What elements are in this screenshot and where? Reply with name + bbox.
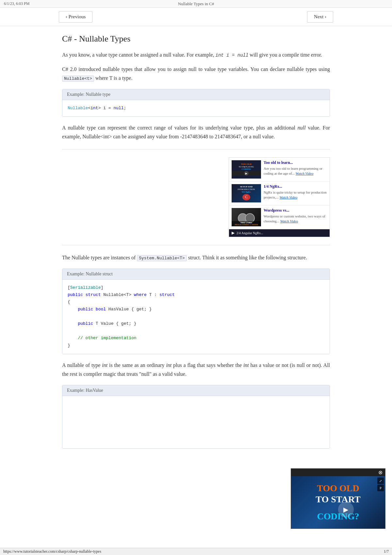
para-2: C# 2.0 introduced nullable types that al… — [62, 65, 330, 82]
code-block-example2: Example: Nullable struct [Serializable] … — [62, 269, 330, 354]
null-italic: null — [298, 125, 308, 130]
browser-bar: 6/1/23, 6:03 PM Nullable Types in C# — [0, 0, 392, 8]
code-block-header-1: Example: Nullable type — [62, 89, 330, 100]
nav-bar: ‹ Previous Next › — [0, 8, 392, 26]
code-block-body-2: [Serializable] public struct Nullable<T>… — [62, 280, 330, 354]
code-block-example3: Example: HasValue — [62, 385, 330, 449]
inline-code-system-nullable: System.Nullable<T> — [137, 255, 187, 261]
code-block-body-1: Nullable<int> i = null; — [62, 100, 330, 116]
code-int-null: int i = null — [216, 53, 249, 58]
para-1: As you know, a value type cannot be assi… — [62, 50, 330, 60]
ad-desc-2: NgRx is quite tricky to setup for produc… — [264, 190, 327, 200]
int-italic-2: int — [166, 362, 173, 368]
browser-title: Nullable Types in C# — [178, 1, 214, 7]
next-button[interactable]: Next › — [307, 11, 333, 23]
ad-thumb-3: TWO TYPES PROGRAMMING CAREER — [232, 208, 261, 226]
para-4: A nullable of type int is the same as an… — [62, 361, 330, 378]
main-content: C# - Nullable Types As you know, a value… — [56, 26, 336, 468]
ad-section: TOO OLD TO ST▶PLAYING CODING ▶ Too old t… — [62, 157, 330, 237]
ad-thumb-1: TOO OLD TO ST▶PLAYING CODING ▶ — [232, 160, 261, 179]
ad-widget: TOO OLD TO ST▶PLAYING CODING ▶ Too old t… — [229, 157, 330, 237]
divider-2 — [62, 245, 330, 245]
ad-item-2[interactable]: SETUP AND INTRODUCTION TO NgRx C 1/4 NgR… — [229, 182, 330, 205]
ad-item-3[interactable]: TWO TYPES PROGRAMMING CAREER Wordpress v… — [229, 205, 330, 229]
ad-link-2[interactable]: Watch Video — [280, 195, 298, 199]
int-italic-1: int — [102, 362, 109, 368]
browser-datetime: 6/1/23, 6:03 PM — [4, 1, 29, 6]
ad-desc-1: Are you too old to learn programming or … — [264, 166, 327, 176]
ad-desc-3: Wordpress or custom website, two ways of… — [264, 214, 327, 224]
ad-bottom-label: 2/4 Angular NgRx... — [237, 231, 263, 235]
para-struct: The Nullable types are instances of Syst… — [62, 253, 330, 262]
ad-item-1[interactable]: TOO OLD TO ST▶PLAYING CODING ▶ Too old t… — [229, 158, 330, 182]
previous-button[interactable]: ‹ Previous — [59, 11, 92, 23]
int-italic-3: int — [243, 362, 251, 368]
code-block-header-3: Example: HasValue — [62, 385, 330, 396]
ad-link-1[interactable]: Watch Video — [296, 171, 314, 175]
ad-title-2: 1/4 NgRx... — [264, 184, 327, 189]
ad-title-1: Too old to learn... — [264, 160, 327, 165]
code-block-example1: Example: Nullable type Nullable<int> i =… — [62, 89, 330, 117]
inline-code-nullable-t: Nullable<t> — [62, 76, 94, 82]
ad-bottom-bar: ▶ 2/4 Angular NgRx... — [229, 229, 330, 237]
ad-title-3: Wordpress vs... — [264, 208, 327, 213]
para-3: A nullable type can represent the correc… — [62, 123, 330, 141]
page-title: C# - Nullable Types — [62, 34, 330, 44]
ad-link-3[interactable]: Watch Video — [280, 219, 298, 223]
code-block-header-2: Example: Nullable struct — [62, 269, 330, 280]
code-block-body-3 — [62, 396, 330, 448]
ad-thumb-2: SETUP AND INTRODUCTION TO NgRx C — [232, 184, 261, 202]
divider-1 — [62, 149, 330, 149]
